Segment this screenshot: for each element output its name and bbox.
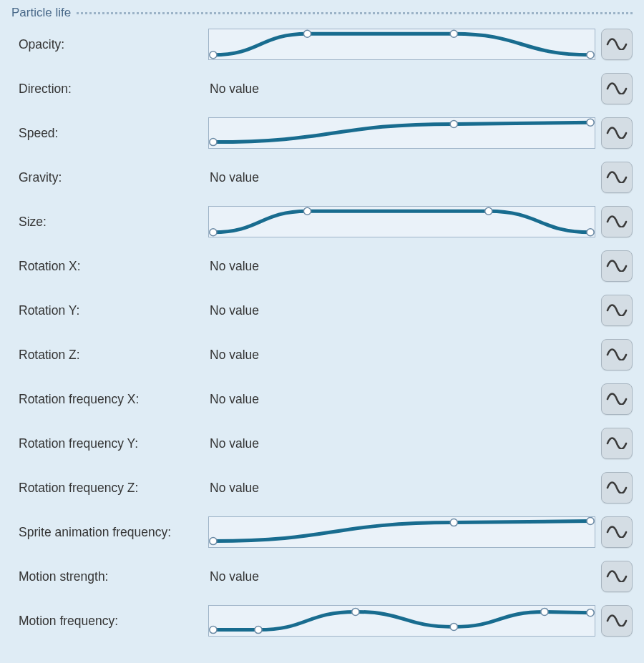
property-value: No value [208,295,595,326]
property-label: Motion frequency: [11,614,208,629]
svg-point-5 [450,120,457,127]
curve-editor-opacity[interactable] [208,29,595,60]
svg-point-16 [352,608,359,615]
curve-button-size[interactable] [601,206,633,237]
sine-wave-icon [606,169,628,186]
no-value-text: No value [208,348,259,363]
no-value-text: No value [208,303,259,318]
svg-point-8 [303,207,311,215]
property-label: Rotation frequency Z: [11,481,208,496]
svg-point-19 [587,609,594,617]
sine-wave-icon [606,391,628,408]
curve-button-rotation-frequency-y[interactable] [601,428,633,459]
property-value [208,206,595,237]
property-value [208,516,595,548]
property-value: No value [208,472,595,504]
svg-point-15 [255,627,262,634]
svg-point-6 [587,119,594,126]
property-label: Size: [11,215,208,230]
curve-button-motion-frequency[interactable] [601,605,633,637]
property-label: Gravity: [11,170,208,185]
curve-editor-size[interactable] [208,206,595,237]
property-label: Speed: [11,126,208,141]
property-label: Rotation Z: [11,348,208,363]
svg-point-17 [450,623,457,630]
curve-button-motion-strength[interactable] [601,561,633,592]
sine-wave-icon [606,568,628,585]
section-header: Particle life [11,6,633,20]
property-value [208,117,595,149]
property-label: Rotation Y: [11,303,208,318]
sine-wave-icon [606,612,628,629]
property-value: No value [208,339,595,370]
no-value-text: No value [208,436,259,451]
curve-button-sprite-animation-frequency[interactable] [601,516,633,548]
no-value-text: No value [208,82,259,97]
property-row-opacity: Opacity: [11,29,633,60]
svg-point-7 [210,229,217,236]
curve-editor-motion-frequency[interactable] [208,605,595,637]
property-label: Rotation frequency Y: [11,436,208,451]
svg-point-9 [485,207,492,215]
svg-point-4 [210,139,217,146]
sine-wave-icon [606,257,628,275]
property-row-rotation-frequency-y: Rotation frequency Y:No value [11,428,633,459]
section-title: Particle life [11,6,71,20]
property-value: No value [208,250,595,282]
curve-button-direction[interactable] [601,73,633,104]
svg-point-3 [587,51,594,59]
curve-button-opacity[interactable] [601,29,633,60]
property-label: Direction: [11,82,208,97]
property-value: No value [208,383,595,415]
no-value-text: No value [208,481,259,496]
property-label: Opacity: [11,37,208,52]
sine-wave-icon [606,302,628,319]
property-value: No value [208,561,595,592]
property-value: No value [208,162,595,193]
property-row-rotation-z: Rotation Z:No value [11,339,633,370]
sine-wave-icon [606,524,628,541]
property-row-motion-frequency: Motion frequency: [11,605,633,637]
svg-point-10 [587,229,594,236]
no-value-text: No value [208,392,259,407]
particle-life-panel: Particle life Opacity:Direction:No value… [0,0,644,661]
svg-point-11 [210,538,217,545]
property-row-size: Size: [11,206,633,237]
property-label: Motion strength: [11,569,208,584]
property-value [208,29,595,60]
property-row-rotation-frequency-x: Rotation frequency X:No value [11,383,633,415]
sine-wave-icon [606,36,628,53]
section-divider [77,12,633,14]
sine-wave-icon [606,213,628,230]
property-value: No value [208,73,595,104]
svg-point-1 [303,30,311,37]
curve-button-rotation-y[interactable] [601,295,633,326]
curve-button-gravity[interactable] [601,162,633,193]
curve-button-rotation-z[interactable] [601,339,633,370]
no-value-text: No value [208,170,259,185]
svg-point-14 [210,627,217,634]
property-value [208,605,595,637]
sine-wave-icon [606,124,628,142]
curve-button-rotation-frequency-z[interactable] [601,472,633,504]
sine-wave-icon [606,479,628,496]
property-row-rotation-x: Rotation X:No value [11,250,633,282]
sine-wave-icon [606,80,628,97]
property-row-rotation-frequency-z: Rotation frequency Z:No value [11,472,633,504]
curve-editor-speed[interactable] [208,117,595,149]
property-row-sprite-animation-frequency: Sprite animation frequency: [11,516,633,548]
property-label: Rotation X: [11,259,208,274]
sine-wave-icon [606,346,628,363]
curve-button-rotation-x[interactable] [601,250,633,282]
curve-button-rotation-frequency-x[interactable] [601,383,633,415]
curve-button-speed[interactable] [601,117,633,149]
svg-point-12 [450,519,457,526]
property-row-speed: Speed: [11,117,633,149]
property-list: Opacity:Direction:No valueSpeed:Gravity:… [11,29,633,637]
property-row-direction: Direction:No value [11,73,633,104]
svg-point-2 [450,30,457,37]
property-row-gravity: Gravity:No value [11,162,633,193]
sine-wave-icon [606,435,628,452]
no-value-text: No value [208,259,259,274]
curve-editor-sprite-animation-frequency[interactable] [208,516,595,548]
